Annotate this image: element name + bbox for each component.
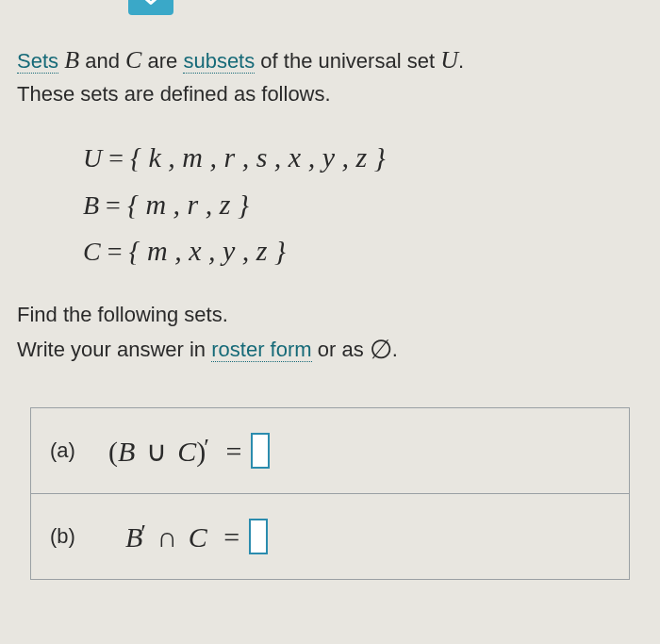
var-c: C xyxy=(125,46,141,74)
var-c: C xyxy=(189,521,207,553)
rhs: { m , r , z } xyxy=(127,189,249,220)
instructions: Find the following sets. Write your answ… xyxy=(17,299,643,370)
lhs: C xyxy=(83,237,101,266)
part-a-label: (a) xyxy=(50,438,91,463)
var-b: B xyxy=(64,46,79,74)
intro-line2: These sets are defined as follows. xyxy=(17,82,331,106)
link-subsets[interactable]: subsets xyxy=(183,49,255,74)
link-roster-form[interactable]: roster form xyxy=(211,338,311,362)
answer-table: (a) (B ∪ C)′ = (b) B′ ∩ C = xyxy=(30,407,630,580)
def-u: U = { k , m , r , s , x , y , z } xyxy=(83,134,643,181)
part-a-input[interactable] xyxy=(251,433,270,469)
union-op: ∪ xyxy=(146,436,167,467)
part-b-row: (b) B′ ∩ C = xyxy=(31,493,629,579)
part-a-row: (a) (B ∪ C)′ = xyxy=(31,408,629,493)
set-definitions: U = { k , m , r , s , x , y , z } B = { … xyxy=(83,134,643,274)
var-u: U xyxy=(440,46,458,74)
part-a-expression: (B ∪ C)′ = xyxy=(108,434,251,468)
text: and xyxy=(85,49,120,73)
prime: ′ xyxy=(140,520,146,547)
part-b-expression: B′ ∩ C = xyxy=(125,520,249,553)
rhs: { k , m , r , s , x , y , z } xyxy=(130,141,386,173)
text: or as xyxy=(318,338,364,361)
part-b-input[interactable] xyxy=(249,519,268,554)
var-c: C xyxy=(177,436,196,467)
prime: ′ xyxy=(204,434,209,461)
problem-intro: Sets B and C are subsets of the universa… xyxy=(17,41,643,109)
empty-set-symbol: ∅ xyxy=(370,335,392,364)
text: Write your answer in xyxy=(17,338,206,361)
lhs: B xyxy=(83,190,99,220)
equals: = xyxy=(223,521,239,553)
rhs: { m , x , y , z } xyxy=(128,235,285,266)
link-sets[interactable]: Sets xyxy=(17,49,58,74)
equals: = xyxy=(226,436,242,467)
chevron-down-icon xyxy=(139,0,163,7)
lparen: ( xyxy=(108,436,118,467)
def-c: C = { m , x , y , z } xyxy=(83,227,643,274)
text: of the universal set xyxy=(260,49,435,73)
text: are xyxy=(147,49,177,73)
intersect-op: ∩ xyxy=(157,521,178,553)
text: . xyxy=(392,338,398,361)
instr-line1: Find the following sets. xyxy=(17,299,643,330)
collapse-chevron-button[interactable] xyxy=(128,0,173,15)
lhs: U xyxy=(83,143,102,173)
var-b: B xyxy=(118,436,135,467)
def-b: B = { m , r , z } xyxy=(83,181,643,228)
text: . xyxy=(458,49,464,73)
part-b-label: (b) xyxy=(50,524,91,549)
